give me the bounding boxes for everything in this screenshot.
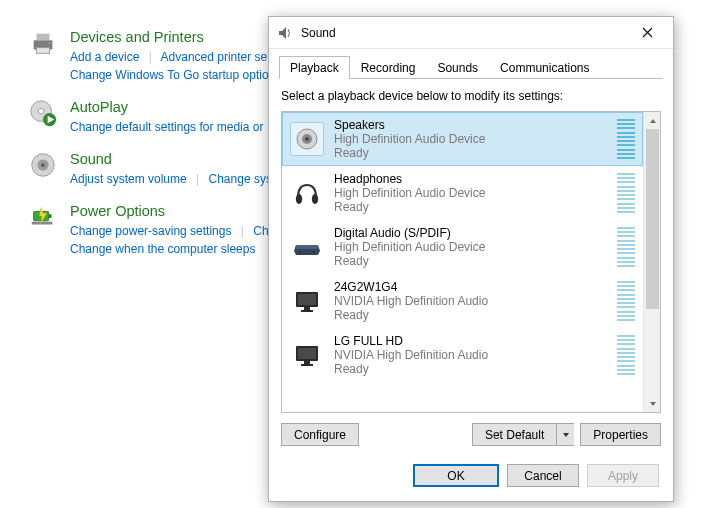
device-list[interactable]: Speakers High Definition Audio Device Re…: [282, 112, 643, 412]
device-status: Ready: [334, 146, 611, 160]
device-status: Ready: [334, 308, 611, 322]
monitor-icon: [290, 284, 324, 318]
set-default-split-button[interactable]: Set Default: [472, 423, 574, 446]
svg-rect-20: [296, 245, 318, 249]
device-driver: High Definition Audio Device: [334, 132, 611, 146]
device-name: Digital Audio (S/PDIF): [334, 226, 611, 240]
cp-link-power-saving[interactable]: Change power-saving settings: [70, 224, 231, 238]
scrollbar[interactable]: [643, 112, 660, 412]
scroll-down-icon[interactable]: [644, 395, 661, 412]
device-row-headphones[interactable]: Headphones High Definition Audio Device …: [282, 166, 643, 220]
tab-playback[interactable]: Playback: [279, 56, 350, 79]
svg-rect-2: [36, 48, 49, 54]
device-driver: NVIDIA High Definition Audio: [334, 348, 611, 362]
svg-point-3: [49, 42, 51, 44]
svg-marker-32: [650, 402, 656, 406]
dialog-bottom-buttons: OK Cancel Apply: [269, 458, 673, 501]
device-name: Headphones: [334, 172, 611, 186]
device-name: LG FULL HD: [334, 334, 611, 348]
cp-link-windows-to-go[interactable]: Change Windows To Go startup optio: [70, 66, 269, 84]
apply-button[interactable]: Apply: [587, 464, 659, 487]
dialog-title-text: Sound: [301, 26, 625, 40]
device-status: Ready: [334, 200, 611, 214]
svg-marker-14: [279, 27, 286, 39]
device-driver: NVIDIA High Definition Audio: [334, 294, 611, 308]
sound-dialog: Sound Playback Recording Sounds Communic…: [268, 16, 674, 502]
properties-button[interactable]: Properties: [580, 423, 661, 446]
svg-point-18: [296, 194, 302, 204]
cp-link-add-device[interactable]: Add a device: [70, 50, 139, 64]
configure-button[interactable]: Configure: [281, 423, 359, 446]
svg-rect-25: [304, 307, 310, 310]
svg-marker-33: [563, 433, 569, 437]
svg-point-19: [312, 194, 318, 204]
svg-point-5: [38, 108, 44, 114]
svg-rect-13: [32, 222, 53, 225]
svg-point-17: [305, 137, 309, 141]
set-default-button[interactable]: Set Default: [472, 423, 556, 446]
close-icon: [642, 27, 653, 38]
device-driver: High Definition Audio Device: [334, 186, 611, 200]
titlebar[interactable]: Sound: [269, 17, 673, 49]
device-row-monitor-2[interactable]: LG FULL HD NVIDIA High Definition Audio …: [282, 328, 643, 382]
svg-point-21: [299, 251, 301, 253]
device-list-container: Speakers High Definition Audio Device Re…: [281, 111, 661, 413]
level-meter: [617, 227, 635, 267]
scroll-thumb[interactable]: [646, 129, 659, 309]
device-row-spdif[interactable]: Digital Audio (S/PDIF) High Definition A…: [282, 220, 643, 274]
monitor-icon: [290, 338, 324, 372]
tabs: Playback Recording Sounds Communications: [269, 49, 673, 78]
autoplay-icon: [28, 98, 58, 128]
spdif-icon: [290, 230, 324, 264]
device-driver: High Definition Audio Device: [334, 240, 611, 254]
tab-sounds[interactable]: Sounds: [426, 56, 489, 79]
svg-rect-28: [298, 348, 316, 359]
device-row-monitor-1[interactable]: 24G2W1G4 NVIDIA High Definition Audio Re…: [282, 274, 643, 328]
prompt-text: Select a playback device below to modify…: [281, 89, 661, 103]
headphones-icon: [290, 176, 324, 210]
tab-recording[interactable]: Recording: [350, 56, 427, 79]
cp-link-adjust-volume[interactable]: Adjust system volume: [70, 172, 187, 186]
level-meter: [617, 173, 635, 213]
cp-title[interactable]: AutoPlay: [70, 98, 263, 116]
cp-link-ch[interactable]: Ch: [253, 224, 268, 238]
speakers-icon: [290, 122, 324, 156]
svg-rect-30: [301, 364, 313, 366]
cp-title[interactable]: Devices and Printers: [70, 28, 269, 46]
lower-button-row: Configure Set Default Properties: [281, 423, 661, 446]
device-status: Ready: [334, 254, 611, 268]
svg-rect-1: [36, 34, 49, 41]
cp-link-change-sys[interactable]: Change sys: [209, 172, 272, 186]
device-status: Ready: [334, 362, 611, 376]
device-name: 24G2W1G4: [334, 280, 611, 294]
set-default-dropdown[interactable]: [556, 423, 574, 446]
level-meter: [617, 335, 635, 375]
cp-link-advanced-printer[interactable]: Advanced printer se: [161, 50, 268, 64]
device-row-speakers[interactable]: Speakers High Definition Audio Device Re…: [282, 112, 643, 166]
svg-rect-24: [298, 294, 316, 305]
power-icon: [28, 202, 58, 232]
level-meter: [617, 281, 635, 321]
tab-body-playback: Select a playback device below to modify…: [269, 79, 673, 458]
cp-link-autoplay-defaults[interactable]: Change default settings for media or: [70, 120, 263, 134]
chevron-down-icon: [562, 431, 570, 439]
cp-link-sleep[interactable]: Change when the computer sleeps: [70, 240, 269, 258]
device-name: Speakers: [334, 118, 611, 132]
cancel-button[interactable]: Cancel: [507, 464, 579, 487]
svg-rect-26: [301, 310, 313, 312]
ok-button[interactable]: OK: [413, 464, 499, 487]
svg-marker-31: [650, 119, 656, 123]
cp-title[interactable]: Power Options: [70, 202, 269, 220]
close-button[interactable]: [625, 19, 669, 47]
printer-icon: [28, 28, 58, 58]
level-meter: [617, 119, 635, 159]
svg-point-22: [313, 251, 315, 253]
svg-rect-12: [49, 214, 52, 218]
cp-title[interactable]: Sound: [70, 150, 272, 168]
sound-icon: [28, 150, 58, 180]
tab-communications[interactable]: Communications: [489, 56, 600, 79]
svg-point-10: [41, 163, 45, 167]
sound-titlebar-icon: [277, 25, 293, 41]
svg-rect-29: [304, 361, 310, 364]
scroll-up-icon[interactable]: [644, 112, 661, 129]
